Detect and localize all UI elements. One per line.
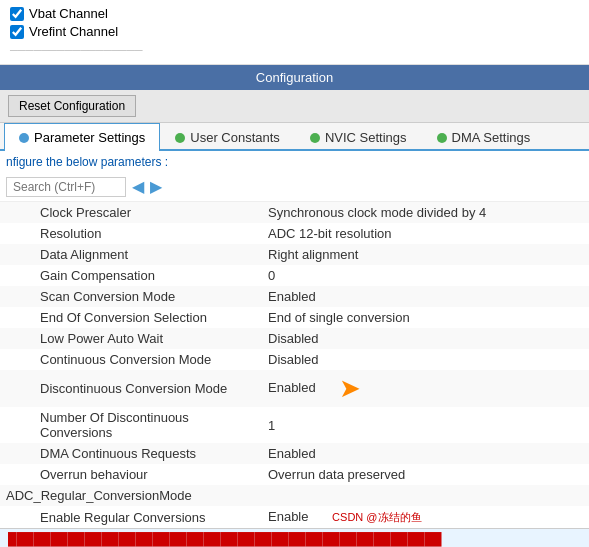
param-value: 0 <box>260 265 589 286</box>
tab-user-constants[interactable]: User Constants <box>160 123 295 151</box>
config-header: Configuration <box>0 65 589 90</box>
adc-enable-value: Enable <box>268 509 308 524</box>
table-row: Overrun behaviourOverrun data preserved <box>0 464 589 485</box>
bottom-bar-text: ████████████████████████████████████████… <box>8 532 442 546</box>
param-value: Disabled <box>260 349 589 370</box>
adc-row-value: Enable CSDN @冻结的鱼 <box>260 506 589 528</box>
table-row: ResolutionADC 12-bit resolution <box>0 223 589 244</box>
param-value: 1 <box>260 407 589 443</box>
table-row: Data AlignmentRight alignment <box>0 244 589 265</box>
param-name: Scan Conversion Mode <box>0 286 260 307</box>
tabs-bar: Parameter Settings User Constants NVIC S… <box>0 123 589 151</box>
table-row: Clock PrescalerSynchronous clock mode di… <box>0 202 589 223</box>
orange-arrow-icon: ➤ <box>339 373 361 404</box>
param-name: DMA Continuous Requests <box>0 443 260 464</box>
top-checkboxes: Vbat Channel Vrefint Channel ───────────… <box>0 0 589 65</box>
configure-text: nfigure the below parameters : <box>0 151 589 173</box>
param-name: Resolution <box>0 223 260 244</box>
reset-bar: Reset Configuration <box>0 90 589 123</box>
table-row: Continuous Conversion ModeDisabled <box>0 349 589 370</box>
param-value: End of single conversion <box>260 307 589 328</box>
table-row: End Of Conversion SelectionEnd of single… <box>0 307 589 328</box>
table-row: Enable Regular ConversionsEnable CSDN @冻… <box>0 506 589 528</box>
param-value: Overrun data preserved <box>260 464 589 485</box>
config-header-label: Configuration <box>256 70 333 85</box>
search-input[interactable] <box>6 177 126 197</box>
table-row: Number Of Discontinuous Conversions1 <box>0 407 589 443</box>
enabled-value: Enabled <box>268 380 316 395</box>
param-name: Discontinuous Conversion Mode <box>0 370 260 407</box>
table-row: Low Power Auto WaitDisabled <box>0 328 589 349</box>
param-value: Enabled <box>260 286 589 307</box>
tab-dma-label: DMA Settings <box>452 130 531 145</box>
param-value: Synchronous clock mode divided by 4 <box>260 202 589 223</box>
tab-param-label: Parameter Settings <box>34 130 145 145</box>
vrefint-checkbox-row: Vrefint Channel <box>10 24 579 39</box>
param-name: Clock Prescaler <box>0 202 260 223</box>
adc-section-header: ADC_Regular_ConversionMode <box>0 485 589 506</box>
vbat-checkbox-row: Vbat Channel <box>10 6 579 21</box>
search-bar: ◀ ▶ <box>0 173 589 202</box>
table-row: Discontinuous Conversion ModeEnabled ➤ <box>0 370 589 407</box>
param-value: Enabled ➤ <box>260 370 589 407</box>
param-name: Data Alignment <box>0 244 260 265</box>
vrefint-label: Vrefint Channel <box>29 24 118 39</box>
param-name: Number Of Discontinuous Conversions <box>0 407 260 443</box>
param-value: Right alignment <box>260 244 589 265</box>
tab-dot-param <box>19 133 29 143</box>
adc-row-name: Enable Regular Conversions <box>0 506 260 528</box>
vrefint-checkbox[interactable] <box>10 25 24 39</box>
params-container: Clock PrescalerSynchronous clock mode di… <box>0 202 589 528</box>
vbat-checkbox[interactable] <box>10 7 24 21</box>
nav-prev-arrow[interactable]: ◀ <box>132 179 144 195</box>
tab-dot-user <box>175 133 185 143</box>
param-name: End Of Conversion Selection <box>0 307 260 328</box>
adc-section-label: ADC_Regular_ConversionMode <box>0 485 589 506</box>
param-value: Disabled <box>260 328 589 349</box>
nav-next-arrow[interactable]: ▶ <box>150 179 162 195</box>
tab-dma-settings[interactable]: DMA Settings <box>422 123 546 151</box>
divider-line: ───────────────── <box>10 42 579 58</box>
param-name: Overrun behaviour <box>0 464 260 485</box>
tab-nvic-label: NVIC Settings <box>325 130 407 145</box>
watermark-text: CSDN @冻结的鱼 <box>332 511 421 523</box>
param-name: Low Power Auto Wait <box>0 328 260 349</box>
table-row: Scan Conversion ModeEnabled <box>0 286 589 307</box>
tab-nvic-settings[interactable]: NVIC Settings <box>295 123 422 151</box>
param-value: ADC 12-bit resolution <box>260 223 589 244</box>
table-row: Gain Compensation0 <box>0 265 589 286</box>
param-value: Enabled <box>260 443 589 464</box>
reset-config-button[interactable]: Reset Configuration <box>8 95 136 117</box>
tab-parameter-settings[interactable]: Parameter Settings <box>4 123 160 151</box>
tab-dot-nvic <box>310 133 320 143</box>
param-name: Continuous Conversion Mode <box>0 349 260 370</box>
bottom-bar: ████████████████████████████████████████… <box>0 528 589 547</box>
tab-dot-dma <box>437 133 447 143</box>
param-name: Gain Compensation <box>0 265 260 286</box>
vbat-label: Vbat Channel <box>29 6 108 21</box>
params-table: Clock PrescalerSynchronous clock mode di… <box>0 202 589 528</box>
tab-user-label: User Constants <box>190 130 280 145</box>
table-row: DMA Continuous RequestsEnabled <box>0 443 589 464</box>
